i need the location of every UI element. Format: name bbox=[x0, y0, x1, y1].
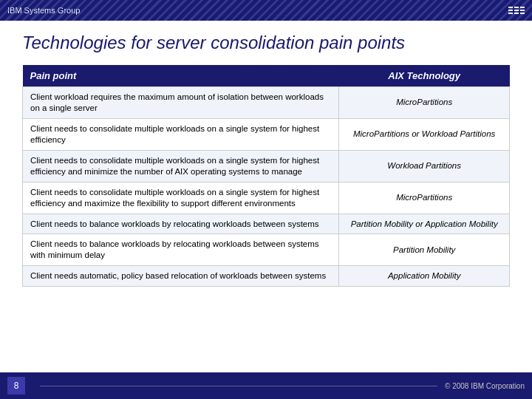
aix-technology-cell: Application Mobility bbox=[339, 266, 510, 287]
bottom-bar: 8 © 2008 IBM Corporation bbox=[0, 372, 532, 399]
table-row: Client needs to balance workloads by rel… bbox=[23, 214, 510, 234]
table-header-row: Pain point AIX Technology bbox=[23, 65, 510, 87]
pain-point-cell: Client needs to consolidate multiple wor… bbox=[23, 118, 339, 150]
table-row: Client needs automatic, policy based rel… bbox=[23, 266, 510, 287]
aix-technology-cell: Workload Partitions bbox=[339, 150, 510, 182]
bottom-separator bbox=[40, 386, 437, 386]
ibm-logo bbox=[508, 7, 525, 14]
pain-point-cell: Client needs to balance workloads by rel… bbox=[23, 214, 339, 234]
pain-point-cell: Client needs to consolidate multiple wor… bbox=[23, 182, 339, 214]
pain-points-table: Pain point AIX Technology Client workloa… bbox=[22, 65, 510, 287]
aix-technology-cell: Partition Mobility bbox=[339, 234, 510, 266]
col-pain-point-header: Pain point bbox=[23, 65, 339, 87]
aix-technology-cell: Partition Mobility or Application Mobili… bbox=[339, 214, 510, 234]
copyright: © 2008 IBM Corporation bbox=[445, 382, 525, 390]
top-bar: IBM Systems Group bbox=[0, 0, 532, 21]
aix-technology-cell: MicroPartitions or Workload Partitions bbox=[339, 118, 510, 150]
table-row: Client needs to balance workloads by rel… bbox=[23, 234, 510, 266]
col-aix-tech-header: AIX Technology bbox=[339, 65, 510, 87]
pain-point-cell: Client needs to balance workloads by rel… bbox=[23, 234, 339, 266]
pain-point-cell: Client workload requires the maximum amo… bbox=[23, 87, 339, 119]
table-row: Client needs to consolidate multiple wor… bbox=[23, 182, 510, 214]
main-content: Technologies for server consolidation pa… bbox=[0, 21, 532, 372]
table-row: Client needs to consolidate multiple wor… bbox=[23, 118, 510, 150]
page-title: Technologies for server consolidation pa… bbox=[22, 33, 510, 53]
pain-point-cell: Client needs automatic, policy based rel… bbox=[23, 266, 339, 287]
table-row: Client workload requires the maximum amo… bbox=[23, 87, 510, 119]
pain-point-cell: Client needs to consolidate multiple wor… bbox=[23, 150, 339, 182]
table-row: Client needs to consolidate multiple wor… bbox=[23, 150, 510, 182]
aix-technology-cell: MicroPartitions bbox=[339, 182, 510, 214]
page-number: 8 bbox=[7, 377, 25, 395]
aix-technology-cell: MicroPartitions bbox=[339, 87, 510, 119]
